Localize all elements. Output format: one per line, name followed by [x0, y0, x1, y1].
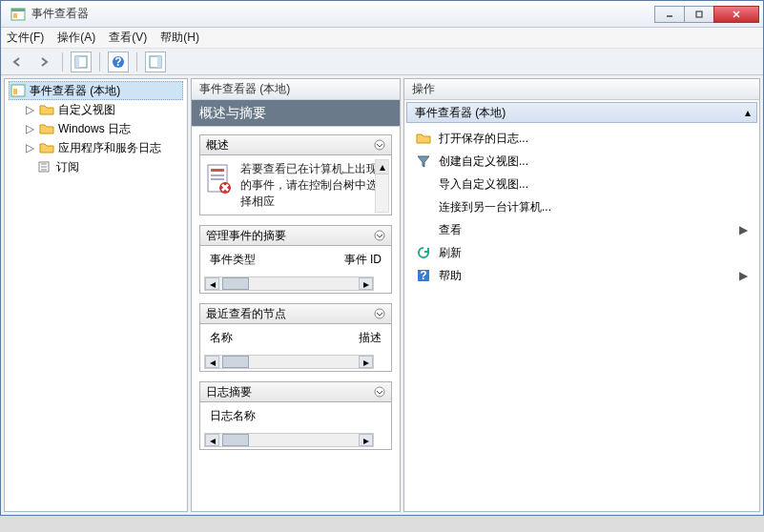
action-help[interactable]: ? 帮助 ▶: [408, 264, 755, 287]
collapse-icon: [374, 139, 385, 151]
overview-header: 概述与摘要: [192, 100, 400, 127]
action-create-custom-view[interactable]: 创建自定义视图...: [408, 150, 755, 173]
menu-view[interactable]: 查看(V): [109, 30, 147, 46]
col-event-type[interactable]: 事件类型: [210, 252, 256, 268]
folder-icon: [39, 140, 54, 155]
folder-open-icon: [416, 131, 431, 146]
log-icon: ✖: [206, 163, 233, 195]
expand-icon[interactable]: ▷: [24, 141, 35, 154]
recent-nodes-title[interactable]: 最近查看的节点: [199, 303, 392, 324]
horizontal-scrollbar[interactable]: ◂▸: [204, 433, 374, 447]
actions-pane: 操作 事件查看器 (本地) ▴ 打开保存的日志... 创建自定义视图... 导入…: [403, 78, 760, 512]
refresh-icon: [416, 245, 431, 260]
vertical-scrollbar[interactable]: ▴: [375, 159, 389, 213]
tree-label: 应用程序和服务日志: [58, 140, 161, 156]
actions-header: 操作: [404, 79, 759, 100]
forward-button[interactable]: [33, 51, 54, 72]
maximize-button[interactable]: [684, 6, 714, 23]
menu-action[interactable]: 操作(A): [57, 30, 95, 46]
minimize-button[interactable]: [654, 6, 685, 23]
action-refresh[interactable]: 刷新: [408, 241, 755, 264]
submenu-arrow-icon: ▶: [739, 223, 748, 236]
svg-point-14: [375, 140, 384, 150]
show-actions-button[interactable]: [145, 51, 166, 72]
overview-body: ✖ 若要查看已在计算机上出现的事件，请在控制台树中选择相应 ▴: [199, 155, 392, 215]
col-log-name[interactable]: 日志名称: [210, 408, 256, 424]
menu-file[interactable]: 文件(F): [7, 30, 44, 46]
folder-icon: [39, 121, 54, 136]
col-name[interactable]: 名称: [210, 330, 233, 346]
svg-rect-16: [211, 169, 224, 172]
action-open-saved-log[interactable]: 打开保存的日志...: [408, 127, 755, 150]
toolbar-separator: [62, 52, 63, 72]
svg-rect-10: [157, 56, 161, 68]
svg-point-22: [375, 309, 384, 318]
svg-rect-4: [696, 11, 702, 17]
tree-pane: 事件查看器 (本地) ▷ 自定义视图 ▷ Windows 日志 ▷ 应用程序和服…: [4, 78, 188, 512]
log-summary-body: 日志名称 ◂▸: [199, 402, 392, 450]
admin-summary-body: 事件类型 事件 ID ◂▸: [199, 246, 392, 294]
svg-rect-6: [75, 56, 79, 68]
svg-text:✖: ✖: [220, 181, 230, 194]
detail-pane: 事件查看器 (本地) 概述与摘要 概述 ✖ 若要查看已在计算机上出现的事件，请在…: [191, 78, 401, 512]
collapse-icon: ▴: [745, 106, 751, 119]
close-button[interactable]: [713, 6, 759, 23]
toolbar: ?: [1, 49, 763, 75]
collapse-icon: [374, 386, 385, 398]
tree-app-service-logs[interactable]: ▷ 应用程序和服务日志: [9, 138, 183, 157]
col-event-id[interactable]: 事件 ID: [344, 252, 382, 268]
svg-text:?: ?: [420, 269, 426, 282]
action-import-custom-view[interactable]: 导入自定义视图...: [408, 173, 755, 195]
titlebar: 事件查看器: [1, 1, 763, 28]
toolbar-separator: [136, 52, 137, 72]
col-desc[interactable]: 描述: [359, 330, 382, 346]
overview-section: 概述 ✖ 若要查看已在计算机上出现的事件，请在控制台树中选择相应 ▴: [199, 134, 392, 215]
tree-label: Windows 日志: [58, 121, 131, 137]
tree: 事件查看器 (本地) ▷ 自定义视图 ▷ Windows 日志 ▷ 应用程序和服…: [5, 79, 187, 178]
help-button[interactable]: ?: [108, 51, 129, 72]
toolbar-separator: [99, 52, 100, 72]
admin-summary-section: 管理事件的摘要 事件类型 事件 ID ◂▸: [199, 225, 392, 294]
tree-label: 订阅: [56, 159, 79, 175]
svg-rect-2: [13, 13, 17, 18]
back-button[interactable]: [7, 51, 28, 72]
collapse-icon: [374, 308, 385, 319]
recent-nodes-section: 最近查看的节点 名称 描述 ◂▸: [199, 303, 392, 372]
svg-point-21: [375, 231, 384, 240]
action-connect-computer[interactable]: 连接到另一台计算机...: [408, 195, 755, 218]
tree-root[interactable]: 事件查看器 (本地): [9, 81, 183, 100]
expand-icon[interactable]: ▷: [24, 103, 35, 116]
tree-root-label: 事件查看器 (本地): [30, 83, 120, 99]
svg-rect-17: [211, 174, 224, 176]
svg-text:?: ?: [114, 55, 121, 69]
admin-summary-title[interactable]: 管理事件的摘要: [199, 225, 392, 246]
horizontal-scrollbar[interactable]: ◂▸: [204, 355, 374, 369]
show-tree-button[interactable]: [71, 51, 92, 72]
detail-body: 概述 ✖ 若要查看已在计算机上出现的事件，请在控制台树中选择相应 ▴ 管理事件的…: [192, 127, 400, 511]
actions-list: 打开保存的日志... 创建自定义视图... 导入自定义视图... 连接到另一台计…: [404, 125, 759, 289]
overview-title[interactable]: 概述: [199, 134, 392, 155]
actions-subheader[interactable]: 事件查看器 (本地) ▴: [406, 102, 757, 123]
tree-windows-logs[interactable]: ▷ Windows 日志: [9, 119, 183, 138]
tree-subscriptions[interactable]: 订阅: [9, 157, 183, 176]
menu-help[interactable]: 帮助(H): [160, 30, 199, 46]
action-view[interactable]: 查看 ▶: [408, 218, 755, 241]
svg-rect-1: [11, 9, 25, 11]
help-icon: ?: [416, 268, 431, 283]
filter-icon: [416, 153, 431, 169]
content-area: 事件查看器 (本地) ▷ 自定义视图 ▷ Windows 日志 ▷ 应用程序和服…: [1, 75, 763, 515]
svg-rect-18: [211, 178, 224, 180]
log-summary-title[interactable]: 日志摘要: [199, 381, 392, 402]
recent-nodes-body: 名称 描述 ◂▸: [199, 324, 392, 372]
log-summary-section: 日志摘要 日志名称 ◂▸: [199, 381, 392, 450]
svg-rect-12: [13, 89, 17, 94]
expand-icon[interactable]: ▷: [24, 122, 35, 135]
window-title: 事件查看器: [31, 6, 655, 22]
subscription-icon: [37, 159, 52, 174]
horizontal-scrollbar[interactable]: ◂▸: [204, 276, 374, 291]
tree-custom-views[interactable]: ▷ 自定义视图: [9, 100, 183, 119]
menubar: 文件(F) 操作(A) 查看(V) 帮助(H): [1, 28, 763, 49]
tree-label: 自定义视图: [58, 102, 115, 118]
app-window: 事件查看器 文件(F) 操作(A) 查看(V) 帮助(H) ? 事件查看器 (本…: [0, 0, 764, 516]
collapse-icon: [374, 230, 385, 241]
